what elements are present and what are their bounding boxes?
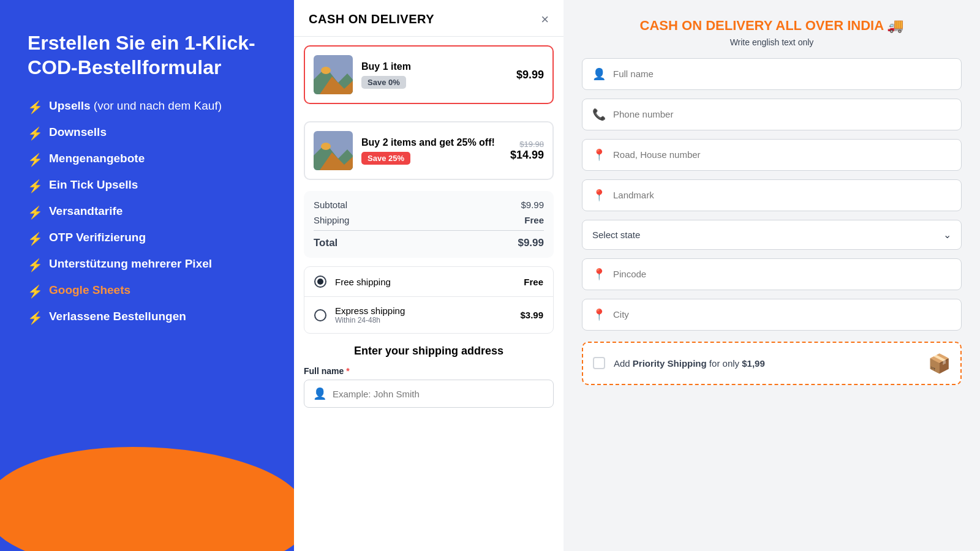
right-road-field: 📍 xyxy=(582,139,962,171)
subtotal-value: $9.99 xyxy=(521,200,544,210)
product-option-2[interactable]: Buy 2 items and get 25% off! Save 25% $1… xyxy=(304,121,554,180)
bolt-icon: ⚡ xyxy=(28,284,43,299)
right-panel: CASH ON DELIVERY ALL OVER INDIA 🚚 Write … xyxy=(564,0,980,551)
product-info-2: Buy 2 items and get 25% off! Save 25% xyxy=(361,137,502,165)
bolt-icon: ⚡ xyxy=(28,179,43,193)
feature-ein-tick: ⚡ Ein Tick Upsells xyxy=(28,178,266,193)
cod-modal: CASH ON DELIVERY × Buy 1 item Save 0% $9… xyxy=(294,0,564,551)
product-price-1: $9.99 xyxy=(516,69,544,81)
product-option-1[interactable]: Buy 1 item Save 0% $9.99 xyxy=(304,45,554,104)
bolt-icon: ⚡ xyxy=(28,126,43,141)
bolt-icon: ⚡ xyxy=(28,205,43,220)
modal-title: CASH ON DELIVERY xyxy=(309,12,434,26)
right-fullname-input[interactable] xyxy=(613,69,951,79)
total-label: Total xyxy=(314,237,337,249)
express-shipping-price: $3.99 xyxy=(520,310,543,320)
feature-versandtarife: ⚡ Versandtarife xyxy=(28,204,266,220)
svg-point-7 xyxy=(321,143,331,150)
free-shipping-option[interactable]: Free shipping Free xyxy=(304,267,553,296)
total-row: Total $9.99 xyxy=(314,230,544,249)
feature-downsells: ⚡ Downsells xyxy=(28,126,266,141)
cod-all-india-title: CASH ON DELIVERY ALL OVER INDIA 🚚 xyxy=(582,17,962,35)
product-image-1 xyxy=(314,55,353,94)
order-summary: Subtotal $9.99 Shipping Free Total $9.99 xyxy=(304,191,554,258)
feature-list: ⚡ Upsells (vor und nach dem Kauf) ⚡ Down… xyxy=(28,99,266,325)
full-name-field: Full name * 👤 xyxy=(304,366,554,408)
package-icon: 📦 xyxy=(928,353,951,374)
page-title: Erstellen Sie ein 1-Klick-COD-Bestellfor… xyxy=(28,31,266,80)
cod-subtitle: Write english text only xyxy=(582,37,962,47)
person-icon: 👤 xyxy=(313,387,326,400)
subtotal-row: Subtotal $9.99 xyxy=(314,200,544,210)
shipping-value: Free xyxy=(524,215,544,225)
product-original-price-2: $19.98 xyxy=(510,140,544,149)
feature-otp: ⚡ OTP Verifizierung xyxy=(28,231,266,246)
feature-label: Versandtarife xyxy=(49,204,123,218)
chevron-down-icon: ⌄ xyxy=(943,229,951,241)
express-shipping-option[interactable]: Express shipping Within 24-48h $3.99 xyxy=(304,296,553,333)
right-location-icon: 📍 xyxy=(592,148,606,162)
right-fullname-field: 👤 xyxy=(582,58,962,90)
express-shipping-sub: Within 24-48h xyxy=(335,316,511,324)
bolt-icon: ⚡ xyxy=(28,100,43,114)
priority-text: Add Priority Shipping for only $1,99 xyxy=(614,358,919,369)
radio-express-shipping[interactable] xyxy=(314,309,326,321)
right-pincode-field: 📍 xyxy=(582,258,962,290)
right-phone-icon: 📞 xyxy=(592,108,606,121)
feature-sheets: ⚡ Google Sheets xyxy=(28,283,266,299)
close-button[interactable]: × xyxy=(541,13,549,26)
right-pincode-input[interactable] xyxy=(613,269,951,279)
express-shipping-name: Express shipping xyxy=(335,305,511,316)
right-header: CASH ON DELIVERY ALL OVER INDIA 🚚 Write … xyxy=(582,17,962,47)
left-panel: Erstellen Sie ein 1-Klick-COD-Bestellfor… xyxy=(0,0,294,551)
product-info-1: Buy 1 item Save 0% xyxy=(361,61,508,89)
address-section: Enter your shipping address Full name * … xyxy=(294,340,564,416)
radio-free-shipping[interactable] xyxy=(314,276,326,288)
full-name-input-wrap: 👤 xyxy=(304,380,554,408)
feature-label: OTP Verifizierung xyxy=(49,231,146,244)
feature-pixel: ⚡ Unterstützung mehrerer Pixel xyxy=(28,257,266,272)
right-city-field: 📍 xyxy=(582,299,962,331)
modal-header: CASH ON DELIVERY × xyxy=(294,0,564,37)
state-select-wrap[interactable]: Select state Delhi Maharashtra Karnataka… xyxy=(582,220,962,250)
svg-point-3 xyxy=(321,67,331,74)
shipping-options: Free shipping Free Express shipping With… xyxy=(304,266,554,334)
bolt-icon: ⚡ xyxy=(28,231,43,246)
feature-verlassene: ⚡ Verlassene Bestellungen xyxy=(28,310,266,325)
product-price-2: $19.98 $14.99 xyxy=(510,140,544,162)
product-current-price-2: $14.99 xyxy=(510,149,544,162)
feature-mengenangebote: ⚡ Mengenangebote xyxy=(28,152,266,167)
full-name-input[interactable] xyxy=(333,389,545,399)
right-phone-input[interactable] xyxy=(613,109,951,119)
express-shipping-label: Express shipping Within 24-48h xyxy=(335,305,511,324)
shipping-row: Shipping Free xyxy=(314,215,544,225)
free-shipping-price: Free xyxy=(524,277,543,287)
right-pincode-icon: 📍 xyxy=(592,268,606,281)
right-city-icon: 📍 xyxy=(592,308,606,321)
product-badge-1: Save 0% xyxy=(361,76,406,89)
free-shipping-label: Free shipping xyxy=(335,277,515,287)
feature-label: Downsells xyxy=(49,126,107,139)
subtotal-label: Subtotal xyxy=(314,200,347,210)
full-name-label: Full name * xyxy=(304,366,554,376)
priority-shipping-box[interactable]: Add Priority Shipping for only $1,99 📦 xyxy=(582,342,962,385)
product-name-2: Buy 2 items and get 25% off! xyxy=(361,137,502,148)
right-person-icon: 👤 xyxy=(592,67,606,81)
bolt-icon: ⚡ xyxy=(28,310,43,325)
bolt-icon: ⚡ xyxy=(28,258,43,272)
product-current-price-1: $9.99 xyxy=(516,69,544,81)
right-landmark-input[interactable] xyxy=(613,190,951,200)
state-select[interactable]: Select state Delhi Maharashtra Karnataka… xyxy=(592,230,943,240)
free-shipping-name: Free shipping xyxy=(335,277,515,287)
address-title: Enter your shipping address xyxy=(304,345,554,358)
shipping-label: Shipping xyxy=(314,215,349,225)
product-name-1: Buy 1 item xyxy=(361,61,508,72)
priority-checkbox[interactable] xyxy=(593,357,605,369)
product-badge-2: Save 25% xyxy=(361,152,410,165)
feature-label: Verlassene Bestellungen xyxy=(49,310,186,323)
feature-label: Ein Tick Upsells xyxy=(49,178,138,192)
right-phone-field: 📞 xyxy=(582,99,962,130)
bolt-icon: ⚡ xyxy=(28,152,43,167)
right-road-input[interactable] xyxy=(613,149,951,160)
right-city-input[interactable] xyxy=(613,309,951,320)
